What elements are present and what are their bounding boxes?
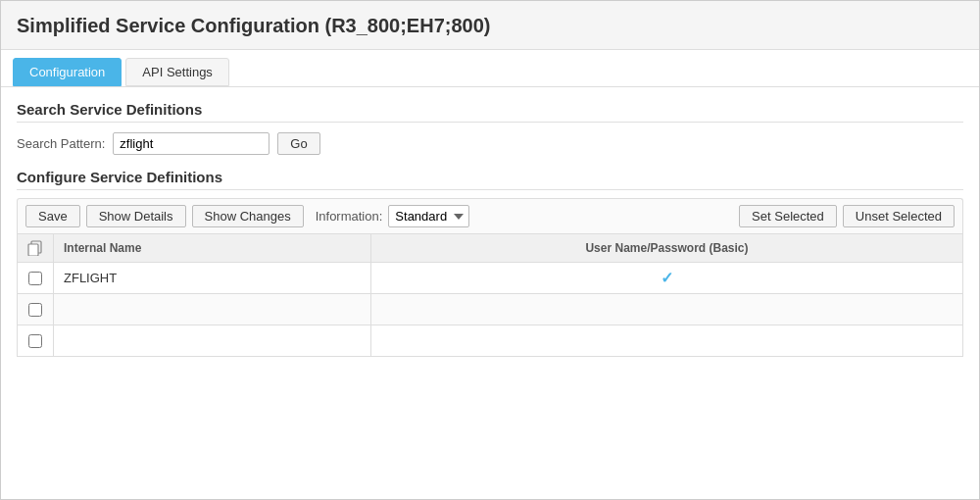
row3-checkbox[interactable] <box>28 334 42 348</box>
service-definitions-table: Internal Name User Name/Password (Basic)… <box>17 233 963 357</box>
row2-user-password <box>371 294 963 325</box>
row1-internal-name: ZFLIGHT <box>54 263 371 294</box>
checkmark-icon: ✓ <box>661 270 673 286</box>
configure-section: Configure Service Definitions Save Show … <box>17 169 963 357</box>
row3-select-cell <box>18 325 54 357</box>
tabs-bar: Configuration API Settings <box>1 50 979 87</box>
tab-api-settings[interactable]: API Settings <box>125 58 229 86</box>
unset-selected-button[interactable]: Unset Selected <box>843 205 955 227</box>
table-row <box>18 325 963 357</box>
search-section-title: Search Service Definitions <box>17 101 963 123</box>
search-input[interactable] <box>113 132 270 155</box>
copy-icon[interactable] <box>27 240 43 256</box>
go-button[interactable]: Go <box>277 132 319 155</box>
svg-rect-1 <box>28 244 38 256</box>
show-details-button[interactable]: Show Details <box>86 205 186 227</box>
col-user-name-password: User Name/Password (Basic) <box>371 234 963 263</box>
row2-select-cell <box>18 294 54 325</box>
table-row: ZFLIGHT ✓ <box>18 263 963 294</box>
row2-internal-name <box>54 294 371 325</box>
table-header-row: Internal Name User Name/Password (Basic) <box>18 234 963 263</box>
information-select[interactable]: Standard Detailed Minimal <box>388 205 469 227</box>
row1-user-password: ✓ <box>371 263 963 294</box>
col-internal-name: Internal Name <box>54 234 371 263</box>
row3-user-password <box>371 325 963 357</box>
page-header: Simplified Service Configuration (R3_800… <box>1 1 979 50</box>
page-title: Simplified Service Configuration (R3_800… <box>17 15 963 37</box>
search-row: Search Pattern: Go <box>17 132 963 155</box>
set-selected-button[interactable]: Set Selected <box>739 205 837 227</box>
row1-checkbox[interactable] <box>28 272 42 285</box>
tab-configuration[interactable]: Configuration <box>13 58 122 86</box>
row3-internal-name <box>54 325 371 357</box>
search-pattern-label: Search Pattern: <box>17 136 105 151</box>
row1-select-cell <box>18 263 54 294</box>
col-select <box>18 234 54 263</box>
configure-section-title: Configure Service Definitions <box>17 169 963 190</box>
row2-checkbox[interactable] <box>28 303 42 317</box>
info-label: Information: <box>316 209 383 224</box>
main-content: Search Service Definitions Search Patter… <box>1 87 979 371</box>
toolbar: Save Show Details Show Changes Informati… <box>17 198 963 233</box>
table-row <box>18 294 963 325</box>
save-button[interactable]: Save <box>25 205 80 227</box>
show-changes-button[interactable]: Show Changes <box>192 205 304 227</box>
